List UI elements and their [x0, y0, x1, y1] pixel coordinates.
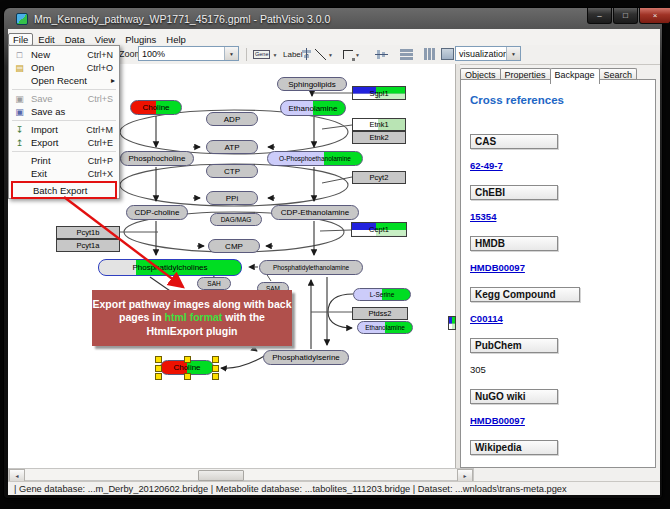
visualization-value: visualization	[456, 49, 506, 59]
xref-link[interactable]: HMDB00097	[470, 415, 525, 426]
gene-cept1[interactable]: Cept1	[351, 222, 407, 237]
export-icon: ↥	[13, 138, 26, 148]
selection-handle[interactable]	[155, 373, 162, 380]
menu-shortcut: Ctrl+X	[88, 169, 113, 179]
cross-references-heading: Cross references	[470, 94, 655, 106]
menu-item-open-recent[interactable]: Open Recent ▸	[9, 74, 119, 87]
xref-link[interactable]: C00114	[470, 313, 503, 324]
node-choline-top[interactable]: Choline	[130, 100, 182, 115]
selection-handle[interactable]	[212, 373, 219, 380]
line-tool[interactable]: ▼	[315, 47, 333, 62]
selection-handle[interactable]	[155, 365, 162, 372]
align-center-x-icon[interactable]	[300, 48, 313, 60]
xref-link[interactable]: Choline	[470, 466, 505, 468]
menu-item-label: Import	[31, 124, 58, 135]
menu-item-save: ▣ Save Ctrl+S	[9, 92, 119, 105]
gene-pcyt2[interactable]: Pcyt2	[352, 171, 406, 184]
zoom-combobox[interactable]: 100% ▼	[138, 46, 239, 61]
distribute-horizontal-icon[interactable]	[423, 48, 436, 60]
node-sphingolipids[interactable]: Sphingolipids	[277, 77, 347, 91]
selection-handle[interactable]	[212, 356, 219, 363]
gene-pcyt1b[interactable]: Pcyt1b	[56, 226, 120, 239]
node-adp[interactable]: ADP	[206, 112, 258, 126]
node-cdp-ethanolamine[interactable]: CDP-Ethanolamine	[271, 205, 359, 220]
side-panel-tabs: ObjectsPropertiesBackpageSearchLegend	[460, 64, 656, 79]
dropdown-arrow-icon[interactable]: ▼	[224, 47, 238, 60]
node-ethanolamine-top[interactable]: Ethanolamine	[280, 100, 346, 116]
node-ppi[interactable]: PPi	[206, 191, 258, 205]
menu-item-export[interactable]: ↥ Export Ctrl+E	[9, 136, 119, 149]
callout-highlight: html format	[165, 311, 223, 323]
selection-handle[interactable]	[212, 365, 219, 372]
gene-etnk1[interactable]: Etnk1	[352, 118, 406, 131]
stack-icon[interactable]	[441, 48, 454, 60]
menu-item-print[interactable]: Print Ctrl+P	[9, 154, 119, 167]
menu-shortcut: Ctrl+S	[88, 94, 113, 104]
horizontal-scrollbar[interactable]: ◄ ►	[8, 468, 474, 481]
xref-link[interactable]: 62-49-7	[470, 160, 503, 171]
node-dag[interactable]: DAG/MAG	[210, 213, 262, 226]
align-center-y-icon[interactable]	[375, 48, 388, 60]
dropdown-arrow-icon[interactable]: ▼	[506, 47, 520, 60]
menu-item-batch-export[interactable]: Batch Export	[11, 181, 117, 199]
node-ctp[interactable]: CTP	[206, 164, 258, 178]
visualization-combobox[interactable]: visualization ▼	[455, 46, 521, 61]
menu-item-label: Save as	[31, 106, 65, 117]
menu-item-import[interactable]: ↧ Import Ctrl+M	[9, 123, 119, 136]
new-document-icon: □	[13, 50, 26, 60]
scrollbar-thumb[interactable]	[198, 470, 244, 481]
xref-section-chebi: ChEBI 15354	[470, 185, 655, 224]
gene-pcyt1a[interactable]: Pcyt1a	[56, 239, 120, 252]
xref-section-pubchem: PubChem 305	[470, 338, 655, 377]
selection-handle[interactable]	[155, 356, 162, 363]
open-folder-icon: ▤	[13, 63, 26, 73]
gene-box-clipped[interactable]	[448, 316, 456, 330]
maximize-button[interactable]: □	[613, 8, 638, 24]
menu-item-open[interactable]: ▤ Open Ctrl+O	[9, 61, 119, 74]
gene-sgpl1[interactable]: Sgpl1	[352, 86, 406, 100]
node-o-phosphoethanolamine[interactable]: O-Phosphoethanolamine	[267, 151, 363, 166]
menu-item-label: Open	[31, 62, 54, 73]
close-button[interactable]: ×	[639, 8, 670, 24]
menu-item-label: Export	[31, 137, 58, 148]
node-cmp[interactable]: CMP	[208, 239, 260, 253]
chevron-down-icon: ▼	[355, 52, 360, 58]
menu-separator	[12, 89, 116, 90]
callout-line2-pre: pages in	[119, 311, 165, 323]
menu-item-new[interactable]: □ New Ctrl+N	[9, 48, 119, 61]
zoom-value: 100%	[139, 49, 224, 59]
node-ethanolamine-bottom[interactable]: Ethanolamine	[357, 321, 413, 334]
menu-item-label: Exit	[31, 168, 47, 179]
node-phosphatidylcholines[interactable]: Phosphatidylcholines	[98, 259, 242, 276]
minimize-button[interactable]: –	[587, 8, 612, 24]
backpage-panel: Cross references CAS 62-49-7 ChEBI 15354…	[460, 79, 656, 468]
menu-item-exit[interactable]: Exit Ctrl+X	[9, 167, 119, 180]
elbow-connector-icon	[343, 50, 353, 59]
node-l-serine[interactable]: L-Serine	[353, 288, 411, 301]
node-atp[interactable]: ATP	[206, 140, 258, 154]
selection-handle[interactable]	[184, 373, 191, 380]
menu-item-save-as[interactable]: ▣ Save as	[9, 105, 119, 118]
line-icon	[315, 49, 326, 60]
node-phosphatidylethanolamine[interactable]: Phosphatidylethanolamine	[259, 260, 363, 275]
gene-datanode-tool[interactable]: Gene▼	[253, 47, 277, 62]
connector-tool[interactable]: ▼	[343, 47, 360, 62]
tab-backpage[interactable]: Backpage	[550, 68, 600, 84]
node-phosphatidylserine[interactable]: Phosphatidylserine	[263, 350, 349, 365]
node-sah[interactable]: SAH	[197, 277, 231, 290]
xref-link[interactable]: HMDB00097	[470, 262, 525, 273]
xref-value: 305	[470, 364, 486, 375]
selection-handle[interactable]	[184, 356, 191, 363]
xref-header: ChEBI	[470, 185, 558, 200]
node-cdp-choline[interactable]: CDP-choline	[126, 205, 188, 220]
xref-header: Kegg Compound	[470, 287, 580, 302]
node-phosphocholine[interactable]: Phosphocholine	[120, 151, 194, 166]
gene-etnk2[interactable]: Etnk2	[352, 131, 406, 144]
distribute-vertical-icon[interactable]	[400, 48, 413, 60]
gene-ptdss2[interactable]: Ptdss2	[352, 307, 408, 320]
file-menu-popup: □ New Ctrl+N ▤ Open Ctrl+O Open Recent ▸…	[8, 45, 120, 199]
xref-header: PubChem	[470, 338, 558, 353]
xref-link[interactable]: 15354	[470, 211, 496, 222]
menu-item-label: Open Recent	[31, 75, 87, 86]
callout-line3: HtmlExport plugin	[147, 325, 238, 339]
